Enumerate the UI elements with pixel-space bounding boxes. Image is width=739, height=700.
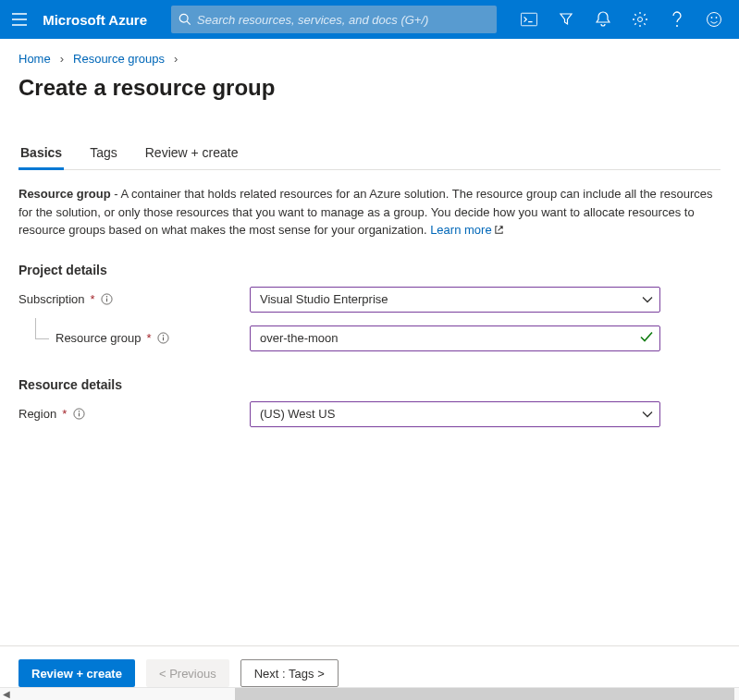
- region-label: Region *: [18, 407, 250, 421]
- required-asterisk: *: [147, 331, 152, 345]
- resource-group-label: Resource group *: [18, 331, 250, 345]
- required-asterisk: *: [91, 292, 95, 306]
- svg-point-12: [79, 411, 80, 411]
- chevron-right-icon: ›: [60, 52, 64, 66]
- horizontal-scrollbar[interactable]: ◀: [0, 687, 739, 700]
- footer-actions: Review + create < Previous Next : Tags >: [0, 645, 739, 687]
- global-search[interactable]: [171, 6, 497, 33]
- help-icon[interactable]: [659, 0, 695, 39]
- description-lead: Resource group: [18, 187, 111, 201]
- svg-point-4: [708, 13, 721, 27]
- tab-basics[interactable]: Basics: [18, 145, 64, 169]
- settings-gear-icon[interactable]: [622, 0, 658, 39]
- tab-tags[interactable]: Tags: [88, 145, 119, 169]
- chevron-down-icon: [642, 292, 653, 306]
- checkmark-valid-icon: [640, 331, 653, 345]
- top-icon-row: [511, 0, 732, 39]
- svg-point-10: [163, 335, 164, 336]
- info-icon[interactable]: [72, 408, 85, 421]
- chevron-down-icon: [642, 407, 653, 421]
- page-title: Create a resource group: [18, 75, 721, 101]
- scrollbar-thumb[interactable]: [235, 688, 734, 700]
- svg-point-6: [716, 17, 718, 18]
- field-subscription: Subscription * Visual Studio Enterprise: [18, 287, 721, 313]
- required-asterisk: *: [62, 407, 67, 421]
- svg-rect-1: [521, 13, 536, 26]
- info-icon[interactable]: [101, 293, 114, 306]
- hamburger-menu-icon[interactable]: [7, 6, 31, 33]
- svg-point-8: [106, 296, 107, 297]
- tab-review-create[interactable]: Review + create: [143, 145, 240, 169]
- external-link-icon: [494, 222, 504, 240]
- chevron-right-icon: ›: [174, 52, 178, 66]
- breadcrumb-resource-groups[interactable]: Resource groups: [73, 52, 165, 66]
- brand-label: Microsoft Azure: [43, 12, 147, 28]
- review-create-button[interactable]: Review + create: [18, 659, 135, 687]
- previous-button: < Previous: [146, 659, 229, 687]
- next-button[interactable]: Next : Tags >: [240, 659, 339, 687]
- feedback-smile-icon[interactable]: [696, 0, 732, 39]
- cloud-shell-icon[interactable]: [511, 0, 547, 39]
- breadcrumb: Home › Resource groups ›: [0, 39, 739, 71]
- subscription-select[interactable]: Visual Studio Enterprise: [250, 287, 660, 313]
- field-region: Region * (US) West US: [18, 401, 721, 427]
- breadcrumb-home[interactable]: Home: [18, 52, 51, 66]
- directories-filter-icon[interactable]: [548, 0, 584, 39]
- resource-group-input-wrap: [250, 325, 660, 351]
- description-text: Resource group - A container that holds …: [18, 185, 721, 240]
- search-icon: [179, 13, 191, 26]
- tab-bar: Basics Tags Review + create: [18, 145, 721, 170]
- field-resource-group: Resource group *: [18, 325, 721, 351]
- section-project-details: Project details: [18, 263, 721, 277]
- section-resource-details: Resource details: [18, 377, 721, 392]
- learn-more-link[interactable]: Learn more: [430, 223, 503, 237]
- svg-point-3: [676, 25, 678, 27]
- svg-point-5: [711, 17, 713, 18]
- scroll-left-arrow-icon[interactable]: ◀: [0, 688, 13, 700]
- resource-group-input[interactable]: [260, 331, 632, 345]
- region-value: (US) West US: [260, 407, 335, 421]
- top-bar: Microsoft Azure: [0, 0, 739, 39]
- notifications-icon[interactable]: [585, 0, 621, 39]
- subscription-label: Subscription *: [18, 292, 250, 306]
- svg-point-0: [179, 14, 188, 22]
- region-select[interactable]: (US) West US: [250, 401, 660, 427]
- search-input[interactable]: [197, 13, 489, 27]
- description-body: - A container that holds related resourc…: [18, 187, 713, 237]
- info-icon[interactable]: [157, 332, 170, 345]
- svg-point-2: [638, 18, 643, 22]
- subscription-value: Visual Studio Enterprise: [260, 292, 388, 306]
